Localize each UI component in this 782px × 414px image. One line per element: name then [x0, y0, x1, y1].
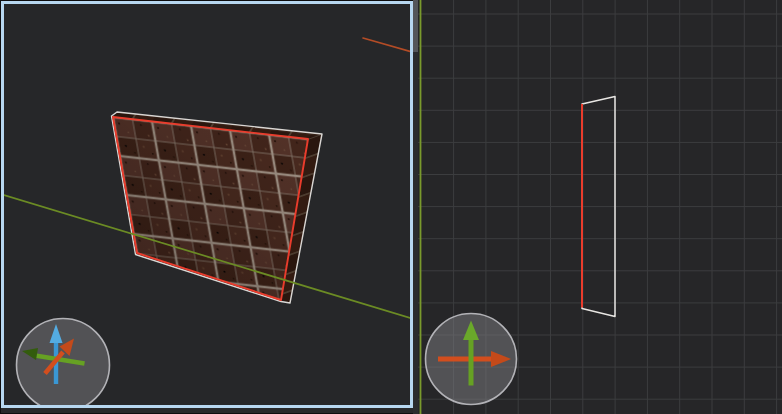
world-axis-red-line — [363, 38, 410, 52]
orientation-gizmo-3d[interactable] — [17, 319, 110, 406]
box-front-shading — [113, 117, 308, 300]
viewport-orthographic[interactable] — [418, 0, 782, 414]
editor-window — [0, 0, 782, 414]
orthographic-canvas[interactable] — [418, 0, 782, 414]
orientation-gizmo-2d[interactable] — [426, 314, 517, 405]
perspective-canvas[interactable] — [4, 4, 410, 405]
viewport-perspective[interactable] — [1, 1, 413, 408]
selected-box-object[interactable] — [112, 112, 323, 303]
